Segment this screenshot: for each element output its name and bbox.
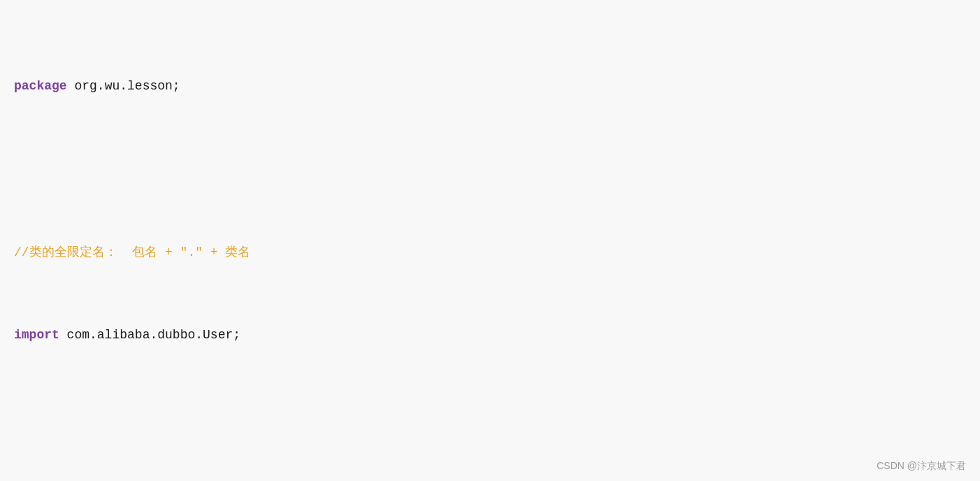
code-line-4: import com.alibaba.dubbo.User; (14, 325, 966, 346)
code-block: package org.wu.lesson; //类的全限定名： 包名 + ".… (14, 14, 966, 481)
import-path-1: com.alibaba.dubbo.User; (59, 328, 240, 342)
code-line-2 (14, 159, 966, 180)
keyword-package: package (14, 79, 67, 93)
comment-1: //类的全限定名： 包名 + "." + 类名 (14, 245, 250, 259)
watermark: CSDN @汴京城下君 (877, 460, 966, 473)
package-name: org.wu.lesson; (67, 79, 180, 93)
code-line-3: //类的全限定名： 包名 + "." + 类名 (14, 243, 966, 264)
code-line-1: package org.wu.lesson; (14, 76, 966, 97)
code-line-5 (14, 408, 966, 429)
code-container: package org.wu.lesson; //类的全限定名： 包名 + ".… (0, 0, 980, 481)
keyword-import-1: import (14, 328, 59, 342)
